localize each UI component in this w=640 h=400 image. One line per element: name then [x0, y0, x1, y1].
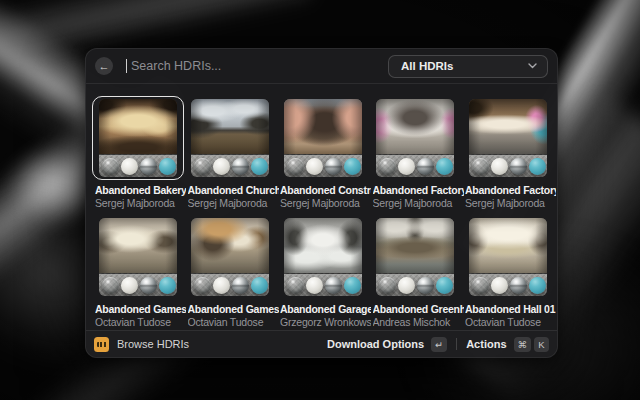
glass-sphere-icon: [379, 158, 396, 175]
hdri-title: Abandoned Hall 01: [465, 303, 556, 316]
hdri-author: Sergej Majboroda: [280, 197, 371, 210]
diffuse-sphere-icon: [398, 277, 415, 294]
hdri-author: Sergej Majboroda: [188, 197, 279, 210]
hdri-title: Abandoned Games R...: [188, 303, 279, 316]
hdri-grid-item[interactable]: Abandoned Games R... Octavian Tudose: [95, 218, 180, 329]
hdri-grid-item[interactable]: Abandoned Factory... Sergej Majboroda: [465, 99, 550, 210]
chrome-sphere-icon: [325, 158, 342, 175]
thumbnail-selection-frame: [184, 96, 276, 180]
text-caret: [126, 59, 127, 73]
material-spheres-strip: [376, 273, 454, 296]
material-spheres-strip: [469, 273, 547, 296]
diffuse-sphere-icon: [306, 277, 323, 294]
download-options-button[interactable]: Download Options ↵: [327, 337, 447, 352]
diffuse-sphere-icon: [491, 277, 508, 294]
thumbnail-selection-frame: [462, 96, 554, 180]
hdri-grid-item[interactable]: Abandoned Factory... Sergej Majboroda: [373, 99, 458, 210]
hdri-browser-window: ← All HDRIs A: [85, 48, 558, 358]
thumbnail-selection-frame: [277, 96, 369, 180]
diffuse-sphere-icon: [306, 158, 323, 175]
material-spheres-strip: [469, 154, 547, 177]
hdri-grid-item[interactable]: Abandoned Hall 01 Octavian Tudose: [465, 218, 550, 329]
hdri-grid-item[interactable]: Abandoned Bakery Sergej Majboroda: [95, 99, 180, 210]
material-spheres-strip: [284, 273, 362, 296]
k-key-badge: K: [534, 337, 549, 352]
thumbnail-selection-frame: [92, 96, 184, 180]
diffuse-sphere-icon: [491, 158, 508, 175]
hdri-title: Abandoned Games R...: [95, 303, 186, 316]
material-spheres-strip: [99, 154, 177, 177]
actions-label: Actions: [466, 338, 506, 350]
teal-sphere-icon: [159, 158, 176, 175]
command-key-icon: ⌘: [514, 337, 532, 352]
hdri-title: Abandoned Factory...: [465, 184, 556, 197]
filter-dropdown-value: All HDRIs: [401, 60, 528, 72]
hdri-title: Abandoned Factory...: [373, 184, 464, 197]
thumbnail-selection-frame: [369, 96, 461, 180]
back-arrow-icon: ←: [99, 61, 110, 72]
hdri-grid-item[interactable]: Abandoned Greenho... Andreas Mischok: [373, 218, 458, 329]
polyhaven-logo-icon: [94, 337, 109, 352]
diffuse-sphere-icon: [213, 277, 230, 294]
hdri-thumbnail: [99, 99, 177, 177]
thumbnail-selection-frame: [369, 215, 461, 299]
hdri-title: Abandoned Bakery: [95, 184, 186, 197]
hdri-author: Sergej Majboroda: [373, 197, 464, 210]
teal-sphere-icon: [436, 158, 453, 175]
hdri-panorama-preview: [376, 218, 454, 273]
teal-sphere-icon: [159, 277, 176, 294]
glass-sphere-icon: [472, 158, 489, 175]
glass-sphere-icon: [102, 158, 119, 175]
hdri-panorama-preview: [469, 218, 547, 273]
material-spheres-strip: [191, 154, 269, 177]
footer-action-bar: Browse HDRIs Download Options ↵ Actions …: [86, 330, 557, 357]
hdri-grid-item[interactable]: Abandoned Garage Grzegorz Wronkowski: [280, 218, 365, 329]
chrome-sphere-icon: [417, 158, 434, 175]
chrome-sphere-icon: [510, 158, 527, 175]
chrome-sphere-icon: [140, 158, 157, 175]
hdri-grid-item[interactable]: Abandoned Games R... Octavian Tudose: [188, 218, 273, 329]
hdri-panorama-preview: [191, 218, 269, 273]
diffuse-sphere-icon: [121, 277, 138, 294]
chrome-sphere-icon: [232, 277, 249, 294]
thumbnail-selection-frame: [184, 215, 276, 299]
hdri-author: Octavian Tudose: [95, 316, 186, 329]
teal-sphere-icon: [529, 158, 546, 175]
hdri-grid-item[interactable]: Abandoned Construc... Sergej Majboroda: [280, 99, 365, 210]
diffuse-sphere-icon: [213, 158, 230, 175]
hdri-panorama-preview: [191, 99, 269, 154]
hdri-title: Abandoned Construc...: [280, 184, 371, 197]
hdri-author: Sergej Majboroda: [95, 197, 186, 210]
desktop: ← All HDRIs A: [0, 0, 640, 400]
glass-sphere-icon: [379, 277, 396, 294]
glass-sphere-icon: [102, 277, 119, 294]
back-button[interactable]: ←: [95, 57, 113, 75]
glass-sphere-icon: [472, 277, 489, 294]
chrome-sphere-icon: [140, 277, 157, 294]
filter-dropdown[interactable]: All HDRIs: [388, 55, 548, 78]
hdri-author: Sergej Majboroda: [465, 197, 556, 210]
hdri-author: Octavian Tudose: [465, 316, 556, 329]
material-spheres-strip: [376, 154, 454, 177]
actions-button[interactable]: Actions ⌘ K: [466, 337, 549, 352]
material-spheres-strip: [99, 273, 177, 296]
hdri-thumbnail: [191, 218, 269, 296]
download-options-label: Download Options: [327, 338, 424, 350]
hdri-thumbnail: [191, 99, 269, 177]
return-key-icon: ↵: [431, 337, 447, 352]
material-spheres-strip: [284, 154, 362, 177]
glass-sphere-icon: [287, 277, 304, 294]
hdri-thumbnail: [376, 218, 454, 296]
hdri-author: Octavian Tudose: [188, 316, 279, 329]
glass-sphere-icon: [194, 158, 211, 175]
header: ← All HDRIs: [86, 49, 557, 83]
search-input[interactable]: [129, 58, 388, 74]
header-divider: [86, 83, 557, 84]
diffuse-sphere-icon: [121, 158, 138, 175]
hdri-thumbnail: [99, 218, 177, 296]
hdri-title: Abandoned Greenho...: [373, 303, 464, 316]
teal-sphere-icon: [251, 158, 268, 175]
hdri-grid-item[interactable]: Abandoned Church Sergej Majboroda: [188, 99, 273, 210]
teal-sphere-icon: [344, 158, 361, 175]
teal-sphere-icon: [529, 277, 546, 294]
